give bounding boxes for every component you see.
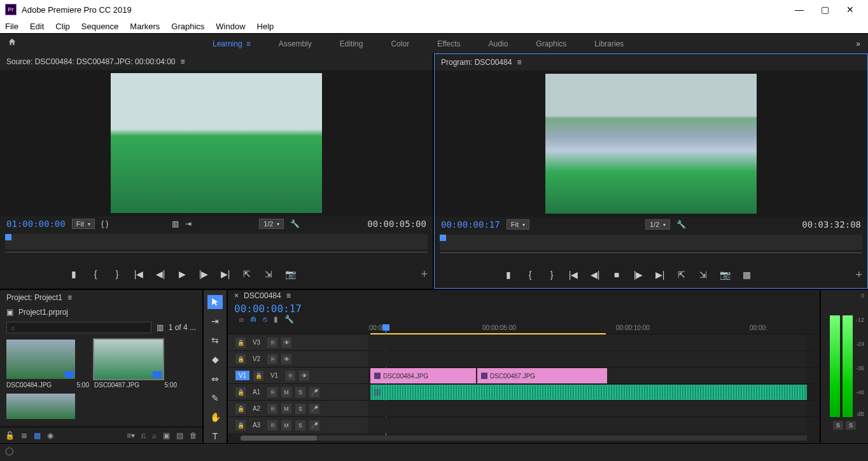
- program-export-frame-icon[interactable]: 📷: [720, 270, 730, 280]
- workspace-effects[interactable]: Effects: [423, 34, 474, 54]
- project-item[interactable]: DSC00484.JPG 5:00: [6, 340, 89, 389]
- clip[interactable]: DSC00484.JPG: [370, 368, 476, 383]
- meter-solo-left[interactable]: S: [833, 421, 843, 430]
- project-write-lock-icon[interactable]: 🔓: [5, 431, 15, 440]
- lock-icon[interactable]: 🔒: [235, 338, 246, 348]
- track-lane[interactable]: DSC00484.JPG DSC00487.JPG: [368, 368, 807, 383]
- program-timecode-in[interactable]: 00:00:00:17: [441, 219, 500, 230]
- tool-type[interactable]: T: [207, 429, 223, 443]
- workspace-editing[interactable]: Editing: [326, 34, 377, 54]
- project-item[interactable]: DSC00487.JPG 5:00: [94, 340, 177, 389]
- track-lane[interactable]: [368, 351, 807, 367]
- source-stepback-icon[interactable]: ◀|: [155, 269, 165, 279]
- tool-ripple[interactable]: ⇆: [207, 333, 223, 347]
- source-bracket-icon[interactable]: { }: [101, 219, 108, 228]
- timeline-zoom-scrollbar[interactable]: [241, 436, 807, 441]
- project-freeform-icon[interactable]: ◉: [47, 431, 53, 440]
- program-stepback-icon[interactable]: ◀|: [590, 270, 600, 280]
- source-play-icon[interactable]: ▶: [177, 269, 187, 279]
- program-ruler[interactable]: [440, 252, 862, 264]
- program-gotoout-icon[interactable]: ▶|: [655, 270, 665, 280]
- menu-file[interactable]: File: [5, 22, 18, 31]
- menu-markers[interactable]: Markers: [130, 22, 160, 31]
- program-lift-icon[interactable]: ⇱: [676, 270, 687, 280]
- sequence-tab-menu-icon[interactable]: ≡: [286, 291, 291, 300]
- source-export-frame-icon[interactable]: 📷: [285, 269, 295, 279]
- project-item[interactable]: [6, 394, 89, 422]
- track-label[interactable]: V1: [267, 372, 281, 379]
- menu-edit[interactable]: Edit: [30, 22, 44, 31]
- eye-icon[interactable]: 👁: [281, 338, 291, 348]
- project-iconview-icon[interactable]: ▦: [34, 431, 41, 440]
- sync-icon[interactable]: ⎘: [267, 354, 277, 364]
- solo-button[interactable]: S: [295, 387, 305, 397]
- source-gotoout-icon[interactable]: ▶|: [220, 269, 230, 279]
- tool-track-select[interactable]: ⇥: [207, 314, 223, 328]
- track-lane[interactable]: [368, 417, 807, 433]
- project-search-input[interactable]: [6, 322, 151, 333]
- lock-icon[interactable]: 🔒: [235, 420, 246, 430]
- program-zoom-dropdown[interactable]: Fit▾: [507, 219, 529, 230]
- workspace-menu-icon[interactable]: ≡: [246, 39, 251, 48]
- scrollbar-thumb[interactable]: [241, 436, 317, 441]
- project-bin-icon[interactable]: ▣: [6, 308, 13, 317]
- source-outpoint-icon[interactable]: ⇥: [185, 219, 192, 228]
- source-zoom-dropdown[interactable]: Fit▾: [72, 219, 95, 229]
- program-extract-icon[interactable]: ⇲: [698, 270, 708, 280]
- mic-icon[interactable]: 🎤: [309, 404, 319, 414]
- eye-icon[interactable]: 👁: [299, 371, 309, 381]
- timeline-marker-icon[interactable]: ⎋: [263, 315, 267, 324]
- sync-icon[interactable]: ⎘: [267, 420, 277, 430]
- program-marker-icon[interactable]: ▮: [503, 270, 514, 280]
- sync-icon[interactable]: ⎘: [285, 371, 295, 381]
- solo-button[interactable]: S: [295, 420, 305, 430]
- source-res-dropdown[interactable]: 1/2▾: [259, 219, 284, 229]
- eye-icon[interactable]: 👁: [281, 354, 291, 364]
- menu-graphics[interactable]: Graphics: [171, 22, 204, 31]
- workspace-color[interactable]: Color: [377, 34, 423, 54]
- source-playhead[interactable]: [5, 234, 11, 240]
- source-viewer[interactable]: [0, 70, 433, 216]
- program-add-button-icon[interactable]: +: [855, 268, 862, 282]
- tool-pen[interactable]: ✎: [207, 391, 223, 405]
- workspace-learning[interactable]: Learning≡: [199, 34, 265, 54]
- tool-razor[interactable]: ◆: [207, 352, 223, 366]
- project-trash-icon[interactable]: 🗑: [190, 431, 197, 440]
- audio-clip[interactable]: [370, 385, 807, 400]
- project-sort-icon[interactable]: ≡▾: [127, 431, 135, 440]
- menu-sequence[interactable]: Sequence: [81, 22, 119, 31]
- program-stop-icon[interactable]: ■: [612, 270, 622, 280]
- mute-button[interactable]: M: [281, 404, 291, 414]
- program-compare-icon[interactable]: ▦: [741, 270, 752, 280]
- project-listview-icon[interactable]: ≣: [21, 431, 27, 440]
- program-panel-menu-icon[interactable]: ≡: [517, 58, 521, 67]
- sync-icon[interactable]: ⎘: [267, 338, 277, 348]
- project-panel-menu-icon[interactable]: ≡: [67, 293, 72, 302]
- menu-clip[interactable]: Clip: [55, 22, 69, 31]
- program-scrubber[interactable]: [440, 235, 862, 250]
- mic-icon[interactable]: 🎤: [309, 387, 319, 397]
- source-safemargin-icon[interactable]: ▥: [172, 219, 179, 228]
- project-auto-icon[interactable]: ⎌: [141, 431, 146, 440]
- track-label[interactable]: V3: [249, 339, 263, 346]
- source-gotoin-icon[interactable]: |◀: [134, 269, 144, 279]
- sync-icon[interactable]: ⎘: [267, 387, 277, 397]
- sync-icon[interactable]: ⎘: [267, 404, 277, 414]
- track-label[interactable]: A1: [249, 389, 263, 396]
- track-lane[interactable]: [368, 334, 807, 350]
- track-label[interactable]: A3: [249, 422, 263, 429]
- source-add-button-icon[interactable]: +: [421, 268, 428, 281]
- workspace-graphics[interactable]: Graphics: [522, 34, 580, 54]
- source-insert-icon[interactable]: ⇱: [242, 269, 252, 279]
- home-icon[interactable]: [8, 38, 20, 50]
- mic-icon[interactable]: 🎤: [309, 420, 319, 430]
- lock-icon[interactable]: 🔒: [253, 371, 263, 381]
- project-find-icon[interactable]: ⌕: [152, 431, 157, 440]
- timeline-link-icon[interactable]: ⋒: [250, 315, 256, 324]
- source-marker-icon[interactable]: ▮: [69, 269, 79, 279]
- program-res-dropdown[interactable]: 1/2▾: [645, 219, 670, 230]
- source-scrubber[interactable]: [5, 234, 428, 249]
- source-markout-icon[interactable]: }: [112, 269, 122, 279]
- menu-help[interactable]: Help: [257, 22, 274, 31]
- source-wrench-icon[interactable]: 🔧: [290, 219, 300, 228]
